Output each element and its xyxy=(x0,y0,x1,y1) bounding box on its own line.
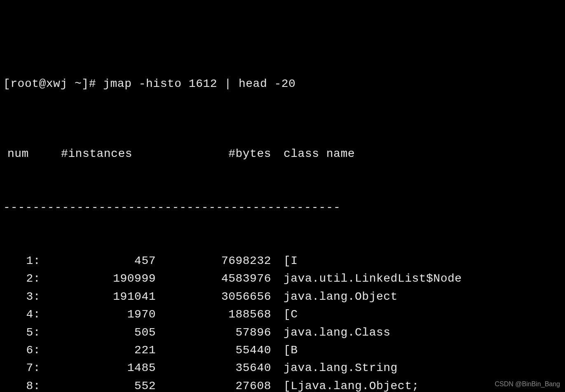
row-instances: 457 xyxy=(40,252,156,270)
row-bytes: 3056656 xyxy=(156,288,271,306)
row-bytes: 4583976 xyxy=(156,270,271,287)
row-num: 5: xyxy=(3,324,40,341)
row-class-name: java.lang.String xyxy=(271,359,398,377)
row-num: 7: xyxy=(3,359,40,377)
row-num: 2: xyxy=(3,270,40,287)
row-instances: 221 xyxy=(40,341,156,359)
table-row: 5:50557896java.lang.Class xyxy=(3,324,562,341)
row-instances: 505 xyxy=(40,324,156,341)
table-row: 1:4577698232[I xyxy=(3,252,562,270)
table-row: 7:148535640java.lang.String xyxy=(3,359,562,377)
row-num: 6: xyxy=(3,341,40,359)
table-row: 4:1970188568[C xyxy=(3,306,562,323)
divider-line: ----------------------------------------… xyxy=(3,198,562,216)
row-bytes: 55440 xyxy=(156,341,271,359)
row-class-name: [C xyxy=(271,306,298,323)
row-num: 1: xyxy=(3,252,40,270)
table-row: 3:1910413056656java.lang.Object xyxy=(3,288,562,306)
row-bytes: 57896 xyxy=(156,324,271,341)
row-class-name: java.util.LinkedList$Node xyxy=(271,270,462,287)
row-class-name: java.lang.Class xyxy=(271,324,391,341)
row-bytes: 7698232 xyxy=(156,252,271,270)
row-bytes: 35640 xyxy=(156,359,271,377)
header-class-name: class name xyxy=(271,145,355,163)
row-bytes: 27608 xyxy=(156,377,271,392)
header-instances: #instances xyxy=(40,145,156,163)
row-instances: 190999 xyxy=(40,270,156,287)
table-row: 2:1909994583976java.util.LinkedList$Node xyxy=(3,270,562,287)
row-instances: 552 xyxy=(40,377,156,392)
header-bytes: #bytes xyxy=(156,145,271,163)
row-instances: 191041 xyxy=(40,288,156,306)
table-header-row: num#instances#bytesclass name xyxy=(3,145,562,163)
row-class-name: [Ljava.lang.Object; xyxy=(271,377,419,392)
watermark-text: CSDN @BinBin_Bang xyxy=(495,379,560,390)
row-instances: 1485 xyxy=(40,359,156,377)
row-num: 8: xyxy=(3,377,40,392)
row-instances: 1970 xyxy=(40,306,156,323)
table-row: 8:55227608[Ljava.lang.Object; xyxy=(3,377,562,392)
row-num: 3: xyxy=(3,288,40,306)
header-num: num xyxy=(3,145,40,163)
row-class-name: [B xyxy=(271,341,298,359)
row-class-name: [I xyxy=(271,252,298,270)
table-row: 6:22155440[B xyxy=(3,341,562,359)
row-class-name: java.lang.Object xyxy=(271,288,398,306)
row-num: 4: xyxy=(3,306,40,323)
table-body: 1:4577698232[I2:1909994583976java.util.L… xyxy=(3,252,562,392)
row-bytes: 188568 xyxy=(156,306,271,323)
terminal-prompt-line[interactable]: [root@xwj ~]# jmap -histo 1612 | head -2… xyxy=(3,75,562,93)
